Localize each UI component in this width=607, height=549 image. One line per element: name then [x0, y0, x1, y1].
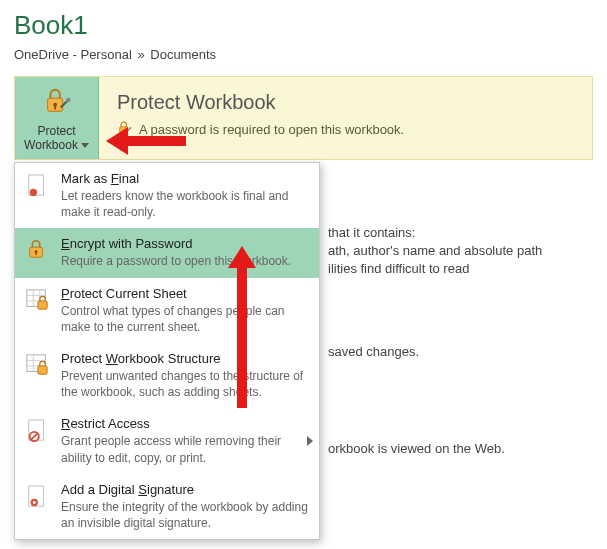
menu-item-title: Mark as Final [61, 171, 309, 186]
menu-item-desc: Let readers know the workbook is final a… [61, 188, 309, 220]
menu-item-title: Add a Digital Signature [61, 482, 309, 497]
lock-icon [23, 236, 51, 269]
protect-button-line1: Protect [37, 124, 75, 138]
menu-item-encrypt-with-password[interactable]: Encrypt with Password Require a password… [15, 228, 319, 277]
menu-item-mark-as-final[interactable]: Mark as Final Let readers know the workb… [15, 163, 319, 228]
breadcrumb-separator: » [137, 47, 144, 62]
protect-workbook-banner: Protect Workbook Protect Workbook A pass… [14, 76, 593, 160]
breadcrumb: OneDrive - Personal » Documents [14, 47, 593, 62]
protect-workbook-dropdown: Mark as Final Let readers know the workb… [14, 162, 320, 540]
chevron-right-icon [307, 436, 313, 446]
breadcrumb-folder[interactable]: Documents [150, 47, 216, 62]
svg-point-6 [30, 189, 37, 196]
restrict-icon [23, 416, 51, 465]
annotation-arrow-left [106, 127, 186, 155]
bg-text-line: saved changes. [328, 344, 419, 359]
menu-item-protect-current-sheet[interactable]: Protect Current Sheet Control what types… [15, 278, 319, 343]
bg-text-line: orkbook is viewed on the Web. [328, 441, 505, 456]
bg-text-line: that it contains: [328, 225, 415, 240]
menu-item-desc: Ensure the integrity of the workbook by … [61, 499, 309, 531]
svg-point-26 [33, 501, 36, 504]
menu-item-desc: Grant people access while removing their… [61, 433, 309, 465]
chevron-down-icon [81, 143, 89, 148]
svg-point-3 [65, 97, 70, 102]
svg-rect-20 [38, 366, 47, 374]
protect-workbook-button[interactable]: Protect Workbook [15, 77, 99, 159]
menu-item-add-digital-signature[interactable]: Add a Digital Signature Ensure the integ… [15, 474, 319, 539]
page-title: Book1 [14, 10, 593, 41]
protect-button-label: Protect Workbook [24, 124, 89, 152]
signature-icon [23, 482, 51, 531]
menu-item-title: Restrict Access [61, 416, 309, 431]
menu-item-desc: Require a password to open this workbook… [61, 253, 309, 269]
menu-item-restrict-access[interactable]: Restrict Access Grant people access whil… [15, 408, 319, 473]
bg-text-line: ath, author's name and absolute path [328, 243, 542, 258]
header: Book1 OneDrive - Personal » Documents [0, 0, 607, 66]
menu-item-desc: Control what types of changes people can… [61, 303, 309, 335]
menu-item-title: Protect Workbook Structure [61, 351, 309, 366]
document-final-icon [23, 171, 51, 220]
bg-text-line: ilities find difficult to read [328, 261, 469, 276]
svg-rect-2 [54, 105, 56, 109]
svg-rect-21 [29, 420, 44, 440]
menu-item-title: Protect Current Sheet [61, 286, 309, 301]
banner-title: Protect Workbook [117, 91, 570, 114]
protect-button-line2: Workbook [24, 138, 78, 152]
lock-key-icon [42, 85, 72, 118]
svg-rect-15 [38, 300, 47, 308]
menu-item-desc: Prevent unwanted changes to the structur… [61, 368, 309, 400]
annotation-arrow-up [228, 246, 256, 408]
breadcrumb-location[interactable]: OneDrive - Personal [14, 47, 132, 62]
menu-item-protect-workbook-structure[interactable]: Protect Workbook Structure Prevent unwan… [15, 343, 319, 408]
menu-item-title: Encrypt with Password [61, 236, 309, 251]
workbook-lock-icon [23, 351, 51, 400]
sheet-lock-icon [23, 286, 51, 335]
svg-rect-9 [35, 252, 36, 255]
